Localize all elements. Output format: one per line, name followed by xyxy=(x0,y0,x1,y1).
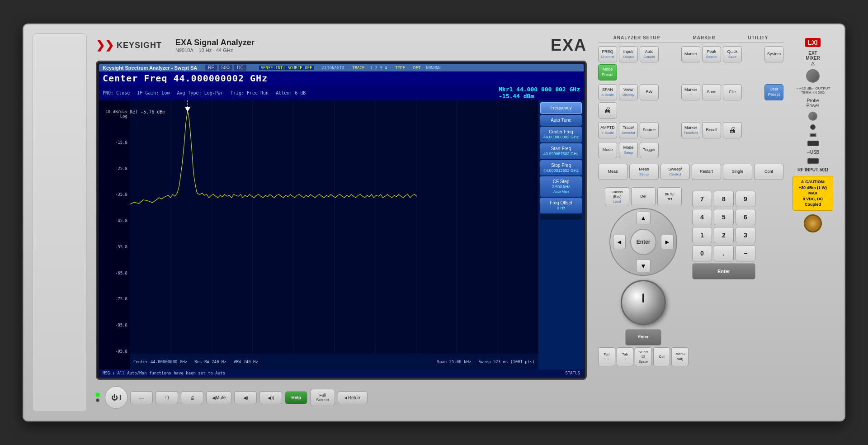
sweep-control-btn[interactable]: Sweep/Control xyxy=(660,164,690,180)
amptd-yscale-btn[interactable]: AMPTDY Scale xyxy=(598,122,617,138)
softkey-start-freq[interactable]: Start Freq 43.999987502 GHz xyxy=(540,143,582,159)
ref-level-label: Ref -5.76 dBm xyxy=(130,109,165,114)
center-label: Center 44.00000000 GHz xyxy=(133,360,187,364)
num-6-btn[interactable]: 6 xyxy=(736,209,755,225)
y-label-2: -25.8 xyxy=(100,166,129,171)
num-8-btn[interactable]: 8 xyxy=(714,191,734,207)
mode-preset-btn[interactable]: ModePreset xyxy=(598,64,617,80)
file-btn[interactable]: File xyxy=(723,84,742,100)
tab-select-row: Tab←→ Tab→ Select☑Space Ctrl Menu/Alt) xyxy=(598,347,689,366)
num-7-btn[interactable]: 7 xyxy=(692,191,712,207)
recall-btn[interactable]: Recall xyxy=(702,122,721,138)
screen-tab-rf: RF xyxy=(205,65,217,71)
num-2-btn[interactable]: 2 xyxy=(714,227,734,243)
softkey-cf-step[interactable]: CF Step 2.500 kHz Auto Man xyxy=(540,176,582,196)
tab-left-btn[interactable]: Tab←→ xyxy=(598,347,615,366)
num-3-btn[interactable]: 3 xyxy=(736,227,755,243)
mode-btn[interactable]: Mode xyxy=(598,142,617,158)
num-9-btn[interactable]: 9 xyxy=(736,191,755,207)
print-btn[interactable]: 🖨 xyxy=(598,102,617,118)
softkey-stop-freq[interactable]: Stop Freq 44.000012502 GHz xyxy=(540,160,582,176)
marker-arrow-btn[interactable]: Marker→ xyxy=(681,84,700,100)
cont-btn[interactable]: Cont xyxy=(754,164,783,180)
nav-enter-btn[interactable]: Enter xyxy=(630,229,656,255)
knob-area xyxy=(621,280,666,325)
freq-channel-btn[interactable]: FREQChannel xyxy=(598,46,617,62)
menu-alt-btn[interactable]: Menu/Alt) xyxy=(671,347,689,366)
section-headers: ANALYZER SETUP MARKER UTILITY xyxy=(598,33,783,43)
marker-btn[interactable]: Marker xyxy=(681,46,700,62)
col-spacer-3 xyxy=(660,84,662,100)
minimize-button[interactable]: — xyxy=(130,391,153,404)
save-btn[interactable]: Save xyxy=(702,84,721,100)
avg-type: Avg Type: Log-Pwr xyxy=(177,90,223,95)
num-5-btn[interactable]: 5 xyxy=(714,209,734,225)
ext-mixer-label: EXTMIXER△ xyxy=(806,51,820,66)
softkey-freq-offset[interactable]: Freq Offset 0 Hz xyxy=(540,198,582,213)
row4-button-grid: Mode ModeSetup Trigger xyxy=(598,142,783,158)
peak-search-btn[interactable]: PeakSearch xyxy=(702,46,721,62)
recall-icon-btn[interactable]: 🖨 xyxy=(723,122,742,138)
mute-button[interactable]: ◀Mute xyxy=(206,391,231,404)
main-knob[interactable] xyxy=(621,280,666,325)
restore-button[interactable]: ❐ xyxy=(156,391,178,404)
vol-up-button[interactable]: ◀)) xyxy=(259,391,282,404)
help-button[interactable]: Help xyxy=(285,391,307,404)
softkey-center-freq[interactable]: Center Freq 44.000000002 GHz xyxy=(540,127,582,142)
power-button[interactable]: ⏻ I xyxy=(105,386,127,409)
system-btn[interactable]: System xyxy=(764,46,783,62)
auto-couple-btn[interactable]: AutoCouple xyxy=(640,46,659,62)
marker-function-btn[interactable]: MarkerFunction xyxy=(681,122,700,138)
ctrl-btn-hw[interactable]: Ctrl xyxy=(653,347,670,366)
trace-detector-btn[interactable]: Trace/Detector xyxy=(619,122,638,138)
del-btn[interactable]: Del xyxy=(631,187,656,206)
bksp-btn[interactable]: Bk Sp◄● xyxy=(657,187,682,206)
meas-btn[interactable]: Meas xyxy=(598,164,627,180)
num-minus-btn[interactable]: − xyxy=(736,245,755,261)
mode-setup-btn[interactable]: ModeSetup xyxy=(619,142,638,158)
screen-main: 10 dB/divLog -15.8 -25.8 -35.8 -45.8 -55… xyxy=(99,100,584,369)
num-0-btn[interactable]: 0 xyxy=(692,245,712,261)
source-btn[interactable]: Source xyxy=(640,122,659,138)
y-axis-labels: 10 dB/divLog -15.8 -25.8 -35.8 -45.8 -55… xyxy=(100,109,129,354)
quick-save-btn[interactable]: QuickSave xyxy=(723,46,742,62)
nav-down-btn[interactable]: ▼ xyxy=(636,260,651,272)
return-button[interactable]: ◄Return xyxy=(338,391,368,404)
chart-area: 10 dB/divLog -15.8 -25.8 -35.8 -45.8 -55… xyxy=(99,100,538,369)
nav-up-btn[interactable]: ▲ xyxy=(636,212,651,224)
restart-btn[interactable]: Restart xyxy=(692,164,721,180)
screen-tab-dc: DC xyxy=(234,65,246,71)
y-label-1: -15.8 xyxy=(100,140,129,145)
softkey-panel: Frequency Auto Tune Center Freq 44.00000… xyxy=(538,100,584,369)
fullscreen-button[interactable]: FullScreen xyxy=(310,389,335,406)
nav-right-btn[interactable]: ► xyxy=(661,235,674,249)
single-btn[interactable]: Single xyxy=(723,164,752,180)
numpad-enter-btn[interactable]: Enter xyxy=(692,263,755,279)
num-4-btn[interactable]: 4 xyxy=(692,209,712,225)
view-display-btn[interactable]: View/Display xyxy=(619,84,638,100)
usb-port-1 xyxy=(807,141,819,146)
marker-readout: Mkr1 44.000 000 002 GHz -15.44 dBm xyxy=(499,86,580,99)
softkey-frequency[interactable]: Frequency xyxy=(540,102,582,114)
select-btn[interactable]: Select☑Space xyxy=(635,347,652,366)
meas-setup-btn[interactable]: MeasSetup xyxy=(629,164,659,180)
nav-left-btn[interactable]: ◄ xyxy=(613,235,626,249)
span-xscale-btn[interactable]: SPANX Scale xyxy=(598,84,617,100)
enter-large-btn[interactable]: Enter xyxy=(625,329,661,346)
softkey-empty xyxy=(540,214,582,220)
utility-section-label: UTILITY xyxy=(748,35,769,40)
input-output-btn[interactable]: Input/Output xyxy=(619,46,638,62)
softkey-autotune[interactable]: Auto Tune xyxy=(540,115,582,126)
num-1-btn[interactable]: 1 xyxy=(692,227,712,243)
bw-btn[interactable]: BW xyxy=(640,84,659,100)
trigger-btn[interactable]: Trigger xyxy=(640,142,659,158)
cancel-btn[interactable]: Cancel(Esc)Local xyxy=(605,187,629,206)
sweep-label: Sweep 523 ms (1001 pts) xyxy=(478,360,535,364)
tab-right-btn[interactable]: Tab→ xyxy=(617,347,634,366)
user-preset-btn[interactable]: UserPreset xyxy=(764,84,783,100)
printer-button[interactable]: 🖨 xyxy=(181,391,203,404)
screen-titlebar: Keysight Spectrum Analyzer - Swept SA RF… xyxy=(99,64,584,71)
vol-down-button[interactable]: ◀) xyxy=(234,391,257,404)
type-label: TYPE xyxy=(395,66,405,70)
num-dot-btn[interactable]: . xyxy=(714,245,734,261)
